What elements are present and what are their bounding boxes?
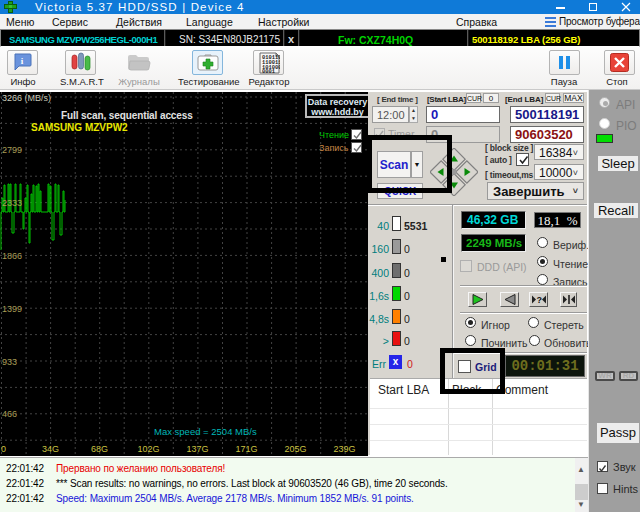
svg-text:0001: 0001 [262, 69, 275, 74]
svg-text:?: ? [536, 295, 542, 305]
